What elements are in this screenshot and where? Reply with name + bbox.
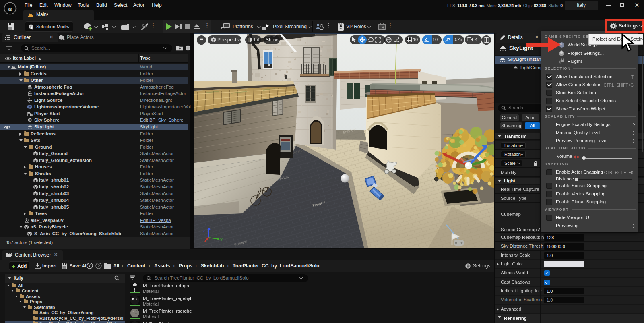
svg-text:u: u <box>8 5 12 12</box>
svg-text:z: z <box>203 229 205 233</box>
svg-text:Y: Y <box>220 238 223 242</box>
